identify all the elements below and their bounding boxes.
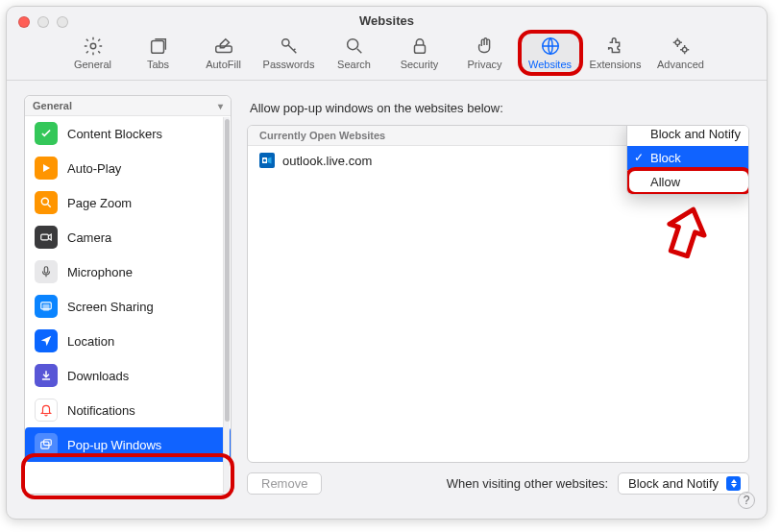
footer-label: When visiting other websites: <box>447 476 608 491</box>
tab-passwords[interactable]: Passwords <box>260 34 318 72</box>
camera-icon <box>35 226 58 249</box>
dropdown-option-allow[interactable]: Allow <box>627 170 749 194</box>
sidebar-scrollbar[interactable] <box>223 117 230 493</box>
svg-point-17 <box>263 159 266 162</box>
preferences-window: Websites General Tabs AutoFill Passwords… <box>6 6 768 520</box>
annotation-arrow-icon <box>664 206 708 262</box>
shield-check-icon <box>35 122 58 145</box>
location-icon <box>35 329 58 352</box>
bell-icon <box>35 399 58 422</box>
tabs-icon <box>148 36 169 57</box>
website-domain: outlook.live.com <box>282 154 372 168</box>
sidebar-item-notifications[interactable]: Notifications <box>25 393 231 427</box>
lock-icon <box>409 36 430 57</box>
traffic-lights <box>18 16 68 28</box>
tab-privacy[interactable]: Privacy <box>456 34 514 72</box>
websites-listbox: Currently Open Websites outlook.live.com… <box>247 125 749 463</box>
tab-search[interactable]: Search <box>326 34 383 72</box>
dropdown-option-block[interactable]: Block <box>627 146 749 170</box>
download-icon <box>35 364 58 387</box>
gear-icon <box>83 36 104 57</box>
sidebar-item-content-blockers[interactable]: Content Blockers <box>25 116 231 151</box>
svg-point-7 <box>675 40 680 45</box>
sidebar-item-downloads[interactable]: Downloads <box>25 358 231 393</box>
svg-rect-10 <box>41 234 49 240</box>
dropdown-option-block-notify[interactable]: Block and Notify <box>627 125 749 146</box>
hand-icon <box>475 36 496 57</box>
svg-point-9 <box>41 198 48 205</box>
gears-icon <box>671 36 692 57</box>
svg-point-4 <box>347 39 357 50</box>
play-icon <box>35 157 58 180</box>
screen-sharing-icon <box>35 295 58 318</box>
tab-advanced[interactable]: Advanced <box>652 34 710 72</box>
minimize-window-button[interactable] <box>37 16 49 28</box>
panel-intro-text: Allow pop-up windows on the websites bel… <box>247 95 749 125</box>
default-permission-select[interactable]: Block and Notify <box>618 472 749 495</box>
svg-rect-15 <box>44 440 52 446</box>
svg-point-8 <box>682 47 687 52</box>
key-icon <box>279 36 300 57</box>
chevron-down-icon: ▾ <box>218 101 223 111</box>
select-stepper-icon <box>726 476 741 491</box>
tab-extensions[interactable]: Extensions <box>587 34 645 72</box>
close-window-button[interactable] <box>18 16 30 28</box>
microphone-icon <box>35 260 58 283</box>
panel-footer: Remove When visiting other websites: Blo… <box>247 463 749 495</box>
sidebar-item-microphone[interactable]: Microphone <box>25 254 231 289</box>
svg-rect-1 <box>151 41 163 54</box>
tab-security[interactable]: Security <box>391 34 449 72</box>
svg-rect-5 <box>414 45 425 53</box>
svg-rect-11 <box>44 267 48 273</box>
pencil-field-icon <box>213 36 234 57</box>
sidebar-item-screen-sharing[interactable]: Screen Sharing <box>25 289 231 324</box>
svg-point-3 <box>281 39 288 46</box>
sidebar-item-page-zoom[interactable]: Page Zoom <box>25 185 231 220</box>
help-button[interactable]: ? <box>738 492 755 509</box>
sidebar-item-auto-play[interactable]: Auto-Play <box>25 151 231 185</box>
popup-windows-icon <box>35 433 58 456</box>
window-title: Websites <box>7 7 767 28</box>
sidebar-item-camera[interactable]: Camera <box>25 220 231 254</box>
zoom-icon <box>35 191 58 214</box>
settings-sidebar: General ▾ Content Blockers Auto-Play Pag… <box>24 95 232 495</box>
svg-point-0 <box>90 43 96 49</box>
svg-rect-13 <box>43 304 49 310</box>
preferences-toolbar: General Tabs AutoFill Passwords Search S… <box>7 28 767 81</box>
tab-websites[interactable]: Websites <box>522 34 579 72</box>
maximize-window-button[interactable] <box>57 16 68 28</box>
sidebar-section-header[interactable]: General ▾ <box>25 96 231 116</box>
tab-tabs[interactable]: Tabs <box>130 34 187 72</box>
permission-dropdown-menu: Block and Notify Block Allow <box>626 125 749 195</box>
sidebar-items: Content Blockers Auto-Play Page Zoom Cam… <box>25 116 231 494</box>
puzzle-icon <box>605 36 626 57</box>
main-panel: Allow pop-up windows on the websites bel… <box>247 95 749 495</box>
sidebar-item-popup-windows[interactable]: Pop-up Windows <box>25 427 231 462</box>
tab-general[interactable]: General <box>64 34 122 72</box>
tab-autofill[interactable]: AutoFill <box>195 34 253 72</box>
sidebar-item-location[interactable]: Location <box>25 324 231 358</box>
remove-button[interactable]: Remove <box>247 472 322 495</box>
outlook-favicon-icon <box>259 153 275 168</box>
globe-icon <box>540 36 561 57</box>
search-icon <box>344 36 365 57</box>
